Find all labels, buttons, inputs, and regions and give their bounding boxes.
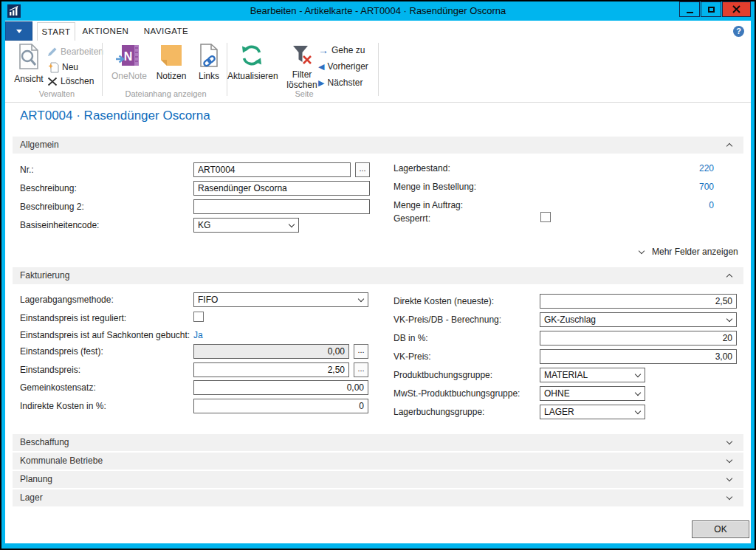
- triangle-right-icon: ▶: [318, 78, 324, 87]
- gemeinkostensatz-input[interactable]: [193, 380, 368, 395]
- nr-input[interactable]: [193, 162, 351, 177]
- help-button[interactable]: ?: [733, 26, 744, 37]
- ansicht-button[interactable]: Ansicht: [8, 44, 49, 84]
- mwst-produktbuchungsgruppe-label: MwSt.-Produktbuchungsgruppe:: [394, 388, 520, 399]
- section-header-beschaffung[interactable]: Beschaffung: [13, 434, 743, 451]
- nr-assist-button[interactable]: ...: [355, 162, 370, 177]
- vk-preis-label: VK-Preis:: [394, 351, 431, 362]
- delete-x-icon: [47, 77, 58, 86]
- mwst-produktbuchungsgruppe-combo[interactable]: OHNE: [540, 386, 645, 401]
- reguliert-checkbox[interactable]: [193, 312, 204, 322]
- lagerabgangsmethode-combo[interactable]: FIFO: [193, 292, 368, 307]
- maximize-button[interactable]: [701, 1, 721, 17]
- db-in-prozent-input[interactable]: [540, 331, 737, 346]
- group-label-seite: Seite: [230, 89, 378, 98]
- gesperrt-checkbox[interactable]: [540, 212, 551, 222]
- maximize-icon: [708, 7, 715, 13]
- gesperrt-label: Gesperrt:: [394, 213, 430, 224]
- menge-auftrag-value-link[interactable]: 0: [640, 200, 714, 210]
- gehe-zu-button[interactable]: → Gehe zu: [318, 45, 365, 55]
- clear-filter-icon: [291, 44, 313, 66]
- ribbon-separator: [378, 43, 379, 96]
- close-icon: [732, 5, 740, 13]
- basiseinheitencode-combo[interactable]: KG: [193, 218, 299, 233]
- ok-button[interactable]: OK: [692, 520, 749, 538]
- ribbon-bottom-divider: [5, 102, 751, 103]
- tab-aktionen[interactable]: AKTIONEN: [80, 22, 131, 41]
- fest-assist-button[interactable]: ...: [354, 344, 368, 359]
- group-label-verwalten: Verwalten: [13, 89, 101, 98]
- triangle-left-icon: ◀: [318, 62, 324, 71]
- page-title: ART0004 · Rasendünger Oscorna: [20, 109, 210, 123]
- sachkonten-label: Einstandspreis ist auf Sachkonten gebuch…: [20, 330, 190, 340]
- chevron-down-icon: [726, 316, 732, 322]
- produktbuchungsgruppe-combo[interactable]: MATERIAL: [540, 368, 645, 382]
- vk-preis-db-label: VK-Preis/DB - Berechnung:: [394, 314, 501, 325]
- application-menu-button[interactable]: [5, 21, 32, 41]
- fest-label: Einstandspreis (fest):: [20, 346, 103, 357]
- produktbuchungsgruppe-label: Produktbuchungsgruppe:: [394, 370, 492, 380]
- window-title: Bearbeiten - Artikelkarte - ART0004 · Ra…: [1, 1, 755, 21]
- onenote-icon: N: [116, 44, 142, 67]
- minimize-button[interactable]: [679, 1, 700, 17]
- chevron-down-icon: [726, 439, 732, 444]
- new-page-icon: [47, 61, 59, 73]
- chevron-down-icon: [635, 371, 641, 377]
- aktualisieren-button[interactable]: Aktualisieren: [227, 44, 276, 81]
- section-header-fakturierung[interactable]: Fakturierung: [13, 267, 743, 284]
- link-chain-icon: [199, 44, 219, 67]
- vorheriger-button[interactable]: ◀ Vorheriger: [318, 61, 368, 72]
- direkte-kosten-label: Direkte Kosten (neueste):: [394, 296, 494, 306]
- tab-navigate[interactable]: NAVIGATE: [140, 22, 192, 41]
- sachkonten-value-link[interactable]: Ja: [193, 330, 203, 340]
- sticky-note-icon: [159, 44, 183, 67]
- section-header-lager[interactable]: Lager: [13, 489, 743, 506]
- beschreibung2-label: Beschreibung 2:: [20, 202, 84, 212]
- links-button[interactable]: Links: [194, 44, 224, 81]
- pencil-icon: [47, 47, 58, 57]
- section-header-planung[interactable]: Planung: [13, 471, 743, 488]
- einstandspreis-label: Einstandspreis:: [20, 365, 80, 375]
- chevron-down-icon: [635, 408, 641, 414]
- chevron-down-icon: [639, 248, 645, 254]
- mehr-felder-anzeigen[interactable]: Mehr Felder anzeigen: [652, 247, 738, 257]
- tab-start[interactable]: START: [37, 22, 75, 41]
- loeschen-button[interactable]: Löschen: [47, 76, 94, 86]
- beschreibung-input[interactable]: [193, 181, 370, 196]
- vk-preis-db-combo[interactable]: GK-Zuschlag: [540, 312, 737, 327]
- onenote-button[interactable]: N OneNote: [110, 44, 148, 81]
- chevron-down-icon: [635, 390, 641, 396]
- einstandspreis-assist-button[interactable]: ...: [354, 362, 368, 377]
- refresh-icon: [239, 44, 264, 67]
- section-header-kommunale-betriebe[interactable]: Kommunale Betriebe: [13, 453, 743, 470]
- chevron-up-icon: [726, 143, 732, 149]
- menge-bestellung-label: Menge in Bestellung:: [394, 182, 476, 192]
- section-header-allgemein[interactable]: Allgemein: [13, 137, 743, 154]
- chevron-down-icon: [289, 221, 295, 227]
- ribbon-separator: [102, 43, 103, 96]
- einstandspreis-input[interactable]: [193, 362, 349, 377]
- beschreibung2-input[interactable]: [193, 199, 370, 214]
- vk-preis-input[interactable]: [540, 349, 737, 364]
- lagerbuchungsgruppe-label: Lagerbuchungsgruppe:: [394, 407, 484, 417]
- notizen-button[interactable]: Notizen: [151, 44, 191, 81]
- bearbeiten-button[interactable]: Bearbeiten: [47, 47, 103, 57]
- window-client-area: START AKTIONEN NAVIGATE ? Ansicht Bearbe…: [5, 21, 751, 543]
- menge-bestellung-value-link[interactable]: 700: [640, 182, 714, 192]
- lagerbestand-label: Lagerbestand:: [394, 163, 450, 173]
- direkte-kosten-input[interactable]: [540, 294, 737, 309]
- svg-text:N: N: [124, 50, 133, 63]
- indirekte-kosten-input[interactable]: [193, 399, 368, 413]
- fest-input[interactable]: [193, 344, 349, 359]
- naechster-button[interactable]: ▶ Nächster: [318, 78, 363, 88]
- neu-button[interactable]: Neu: [47, 61, 78, 73]
- filter-loeschen-button[interactable]: Filter löschen: [284, 44, 320, 90]
- chevron-down-icon: [726, 457, 732, 463]
- arrow-right-icon: →: [318, 46, 329, 55]
- close-button[interactable]: [722, 1, 751, 17]
- lagerbuchungsgruppe-combo[interactable]: LAGER: [540, 405, 645, 419]
- lagerabgangsmethode-label: Lagerabgangsmethode:: [20, 295, 114, 305]
- titlebar: Bearbeiten - Artikelkarte - ART0004 · Ra…: [1, 1, 755, 21]
- basiseinheitencode-label: Basiseinheitencode:: [20, 220, 99, 230]
- lagerbestand-value-link[interactable]: 220: [640, 163, 714, 173]
